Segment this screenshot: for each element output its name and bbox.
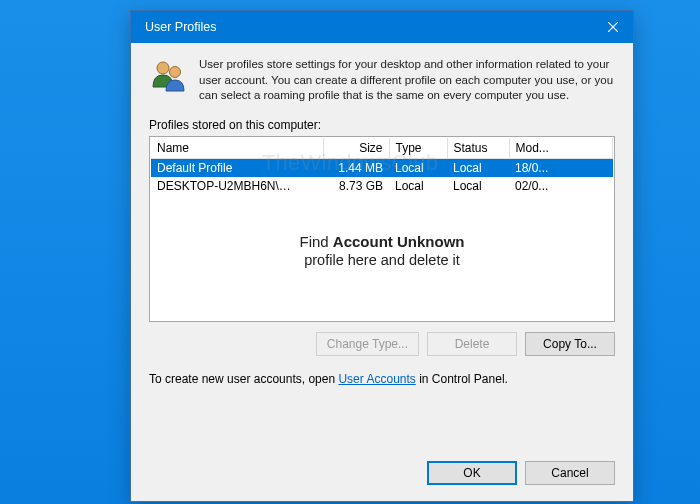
cell-type: Local: [389, 158, 447, 177]
change-type-button: Change Type...: [316, 332, 419, 356]
intro-text: User profiles store settings for your de…: [199, 57, 615, 104]
col-size[interactable]: Size: [323, 138, 389, 159]
close-button[interactable]: [593, 11, 633, 43]
delete-button: Delete: [427, 332, 517, 356]
cell-size: 8.73 GB: [323, 177, 389, 195]
table-row[interactable]: Default Profile 1.44 MB Local Local 18/0…: [151, 158, 613, 177]
titlebar: User Profiles: [131, 11, 633, 43]
cell-modified: 18/0...: [509, 158, 613, 177]
window-title: User Profiles: [145, 11, 593, 43]
cell-name: Default Profile: [151, 158, 323, 177]
annotation: Find Account Unknown profile here and de…: [150, 233, 614, 270]
profiles-list[interactable]: Name Size Type Status Mod... Default Pro…: [149, 136, 615, 322]
footer-text: To create new user accounts, open User A…: [149, 372, 615, 386]
ok-button[interactable]: OK: [427, 461, 517, 485]
user-accounts-link[interactable]: User Accounts: [338, 372, 415, 386]
cell-size: 1.44 MB: [323, 158, 389, 177]
desktop: TheWindowsClub User Profiles User profil…: [0, 0, 700, 504]
svg-point-2: [157, 62, 169, 74]
cell-modified: 02/0...: [509, 177, 613, 195]
table-row[interactable]: DESKTOP-U2MBH6N\ 8.73 GB Local Local 02/…: [151, 177, 613, 195]
close-icon: [608, 22, 618, 32]
cancel-button[interactable]: Cancel: [525, 461, 615, 485]
svg-point-3: [170, 67, 181, 78]
cell-name: DESKTOP-U2MBH6N\: [151, 177, 323, 195]
users-icon: [149, 57, 187, 95]
col-modified[interactable]: Mod...: [509, 138, 613, 159]
cell-type: Local: [389, 177, 447, 195]
profiles-label: Profiles stored on this computer:: [149, 118, 615, 132]
user-profiles-dialog: User Profiles User profiles store settin…: [130, 10, 634, 502]
cell-status: Local: [447, 158, 509, 177]
column-headers[interactable]: Name Size Type Status Mod...: [151, 138, 613, 159]
col-type[interactable]: Type: [389, 138, 447, 159]
cell-status: Local: [447, 177, 509, 195]
col-status[interactable]: Status: [447, 138, 509, 159]
copy-to-button[interactable]: Copy To...: [525, 332, 615, 356]
col-name[interactable]: Name: [151, 138, 323, 159]
